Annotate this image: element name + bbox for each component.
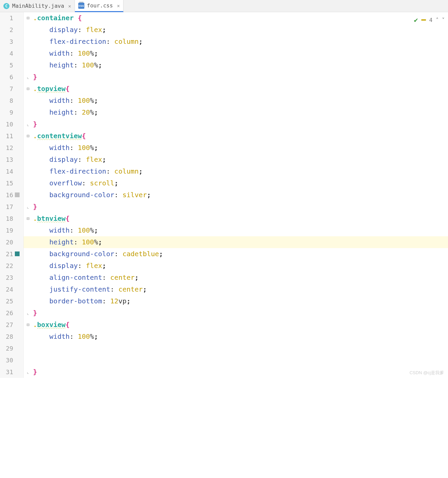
code-editor[interactable]: 1234567891011121314151617181920212223242… <box>0 12 448 378</box>
css-file-icon: css <box>78 3 84 9</box>
line-number: 4 <box>0 48 13 59</box>
code-line[interactable]: width: 100%; <box>24 95 448 107</box>
css-value: flex <box>86 262 102 270</box>
css-property: border-bottom <box>49 297 102 305</box>
css-value: 100 <box>78 144 90 152</box>
fold-close-icon[interactable]: ⌞ <box>25 307 31 319</box>
indent <box>33 250 49 258</box>
code-line[interactable] <box>24 342 448 354</box>
code-line[interactable]: height: 100%; <box>24 59 448 71</box>
css-value: 100 <box>82 61 94 69</box>
chevron-down-icon[interactable]: ˅ <box>442 14 445 26</box>
line-number: 5 <box>0 59 13 71</box>
code-line[interactable]: background-color: cadetblue; <box>24 248 448 260</box>
code-line[interactable]: overflow: scroll; <box>24 177 448 189</box>
code-line[interactable]: .topview{ <box>24 83 448 95</box>
code-line[interactable]: display: flex; <box>24 24 448 36</box>
semicolon: ; <box>159 250 163 258</box>
semicolon: ; <box>102 155 106 163</box>
punctuation: % <box>90 108 94 116</box>
fold-open-icon[interactable]: ⊟ <box>25 130 31 142</box>
indent <box>33 144 49 152</box>
punctuation: : <box>78 26 86 34</box>
line-number: 25 <box>0 295 13 307</box>
color-swatch-marker[interactable] <box>15 192 20 197</box>
line-number: 18 <box>0 213 13 225</box>
code-line[interactable]: } <box>24 307 448 319</box>
css-property: width <box>49 49 69 57</box>
fold-open-icon[interactable]: ⊟ <box>25 319 31 331</box>
css-selector: contentview <box>37 132 82 140</box>
fold-close-icon[interactable]: ⌞ <box>25 366 31 378</box>
code-line[interactable]: border-bottom: 12vp; <box>24 295 448 307</box>
color-swatch-marker[interactable] <box>15 251 20 256</box>
indent <box>33 262 49 270</box>
code-line[interactable]: .btnview{ <box>24 213 448 225</box>
fold-close-icon[interactable]: ⌞ <box>25 201 31 213</box>
code-line[interactable]: display: flex; <box>24 154 448 166</box>
selector-dot: . <box>33 321 37 329</box>
code-line[interactable]: display: flex; <box>24 260 448 272</box>
punctuation: : <box>102 273 110 281</box>
code-line[interactable]: flex-direction: column; <box>24 166 448 177</box>
line-number: 30 <box>0 354 13 366</box>
fold-open-icon[interactable]: ⊟ <box>25 83 31 95</box>
brace: } <box>33 120 37 128</box>
chevron-up-icon[interactable]: ˄ <box>436 14 439 26</box>
code-line[interactable]: height: 100%; <box>24 236 448 248</box>
code-line[interactable]: .contentview{ <box>24 130 448 142</box>
code-line[interactable]: } <box>24 201 448 213</box>
tab-mainability[interactable]: C MainAbility.java ✕ <box>0 0 75 12</box>
watermark: CSDN @cj是我爹 <box>410 370 444 376</box>
code-line[interactable]: .boxview{ <box>24 319 448 331</box>
line-number: 29 <box>0 342 13 354</box>
close-icon[interactable]: ✕ <box>117 3 120 8</box>
code-line[interactable]: } <box>24 118 448 130</box>
punctuation: % <box>94 238 98 246</box>
line-number: 6 <box>0 71 13 83</box>
css-value: scroll <box>90 179 114 187</box>
css-value: 100 <box>78 332 90 340</box>
indent <box>33 297 49 305</box>
fold-close-icon[interactable]: ⌞ <box>25 71 31 83</box>
selector-dot: . <box>33 14 37 22</box>
code-line[interactable]: width: 100%; <box>24 225 448 236</box>
code-line[interactable] <box>24 354 448 366</box>
code-line[interactable]: .container { <box>24 12 448 24</box>
punctuation: : <box>69 96 78 104</box>
semicolon: ; <box>127 297 131 305</box>
semicolon: ; <box>94 226 98 234</box>
code-line[interactable]: align-content: center; <box>24 272 448 283</box>
code-line[interactable]: width: 100%; <box>24 48 448 59</box>
code-line[interactable]: background-color: silver; <box>24 189 448 201</box>
code-line[interactable]: } <box>24 71 448 83</box>
check-icon: ✔ <box>414 14 418 26</box>
fold-open-icon[interactable]: ⊟ <box>25 12 31 24</box>
semicolon: ; <box>94 108 98 116</box>
semicolon: ; <box>114 179 118 187</box>
code-area[interactable]: ⊟⌞⊟⌞⊟⌞⊟⌞⊟⌞ ✔ ━ 4 ˄ ˅ .container { displa… <box>24 12 448 378</box>
code-line[interactable]: flex-direction: column; <box>24 36 448 48</box>
code-line[interactable]: width: 100%; <box>24 331 448 342</box>
line-number-gutter: 1234567891011121314151617181920212223242… <box>0 12 24 378</box>
code-line[interactable]: justify-content: center; <box>24 283 448 295</box>
code-line[interactable]: width: 100%; <box>24 142 448 154</box>
tab-fourcss[interactable]: css four.css ✕ <box>75 0 124 12</box>
inspection-widget[interactable]: ✔ ━ 4 ˄ ˅ <box>414 14 445 26</box>
css-selector: btnview <box>37 214 65 222</box>
fold-open-icon[interactable]: ⊟ <box>25 213 31 225</box>
line-number: 23 <box>0 272 13 283</box>
css-property: width <box>49 96 69 104</box>
line-number: 22 <box>0 260 13 272</box>
punctuation: % <box>90 226 94 234</box>
fold-close-icon[interactable]: ⌞ <box>25 118 31 130</box>
indent <box>33 167 49 175</box>
code-line[interactable]: height: 20%; <box>24 107 448 118</box>
css-value: flex <box>86 26 102 34</box>
indent <box>33 96 49 104</box>
indent <box>33 226 49 234</box>
code-line[interactable]: } <box>24 366 448 378</box>
close-icon[interactable]: ✕ <box>68 3 71 9</box>
semicolon: ; <box>139 37 143 46</box>
semicolon: ; <box>143 285 147 293</box>
